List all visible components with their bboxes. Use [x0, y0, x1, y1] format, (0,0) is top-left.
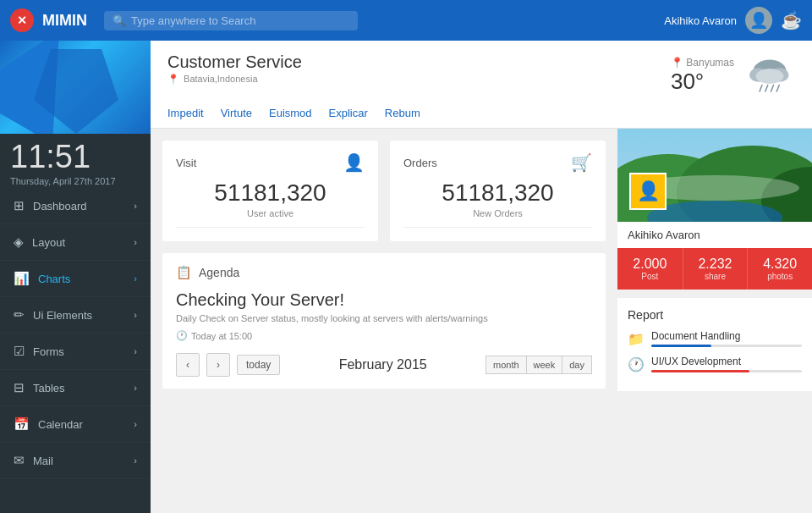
content-area: Customer Service 📍 Batavia,Indonesia 📍 B… — [151, 41, 812, 513]
clock-time: 11:51 — [10, 141, 140, 173]
sidebar-item-layout[interactable]: ◈ Layout › — [0, 224, 151, 261]
agenda-section-label: Agenda — [199, 266, 239, 279]
chevron-right-icon: › — [134, 310, 137, 320]
svg-point-3 — [756, 69, 784, 84]
sidebar-item-ui-elements[interactable]: ✏ Ui Elements › — [0, 297, 151, 334]
content-right: 👤 Akihiko Avaron 2.000 Post 2.232 share — [617, 129, 812, 513]
report-item-bar — [651, 370, 802, 372]
sidebar: 11:51 Thursday, April 27th 2017 ⊞ Dashbo… — [0, 41, 151, 513]
profile-avatar-wrap: 👤 — [629, 173, 667, 210]
weather-widget: 📍 Banyumas 30° — [671, 52, 795, 98]
tab-virtute[interactable]: Virtute — [221, 107, 252, 128]
tab-rebum[interactable]: Rebum — [385, 107, 420, 128]
report-item-ui: 🕐 UI/UX Development — [628, 356, 802, 372]
chevron-right-icon: › — [134, 201, 137, 211]
stat-card-orders: Orders 🛒 51181,320 New Orders — [390, 141, 606, 241]
document-icon: 📁 — [628, 331, 645, 347]
cal-prev-button[interactable]: ‹ — [176, 353, 200, 377]
map-pin-icon: 📍 — [671, 57, 683, 69]
profile-stats: 2.000 Post 2.232 share 4.320 photos — [617, 248, 812, 290]
main-layout: 11:51 Thursday, April 27th 2017 ⊞ Dashbo… — [0, 41, 812, 513]
stat-card-visit: Visit 👤 51181,320 User active — [162, 141, 378, 241]
clock-report-icon: 🕐 — [628, 356, 645, 372]
user-name: Akihiko Avaron — [664, 14, 737, 27]
sidebar-item-label: Dashboard — [33, 200, 87, 212]
tab-explicar[interactable]: Explicar — [329, 107, 368, 128]
sidebar-item-label: Charts — [38, 273, 70, 285]
stat-post-label: Post — [621, 272, 679, 281]
sidebar-clock: 11:51 Thursday, April 27th 2017 — [0, 134, 151, 188]
avatar-icon: 👤 — [749, 11, 768, 30]
stat-photos-value: 4.320 — [751, 256, 809, 272]
tab-impedit[interactable]: Impedit — [167, 107, 204, 128]
event-desc: Daily Check on Server status, mostly loo… — [176, 313, 592, 323]
content-header: Customer Service 📍 Batavia,Indonesia 📍 B… — [151, 41, 812, 129]
charts-icon: 📊 — [14, 271, 30, 286]
agenda-section: 📋 Agenda Checking Your Server! Daily Che… — [162, 253, 606, 389]
stat-orders-icon: 🛒 — [571, 152, 592, 173]
cal-view-month[interactable]: month — [486, 356, 526, 374]
avatar[interactable]: 👤 — [745, 7, 772, 34]
app-logo: MIMIN — [42, 12, 87, 30]
profile-stat-photos: 4.320 photos — [747, 248, 812, 290]
layout-icon: ◈ — [14, 234, 24, 250]
cal-view-week[interactable]: week — [526, 356, 562, 374]
page-title: Customer Service — [167, 52, 302, 72]
dashboard-icon: ⊞ — [14, 198, 25, 213]
stat-share-label: share — [687, 272, 744, 281]
weather-icon — [744, 52, 795, 98]
report-item-bar — [651, 345, 802, 347]
stats-row: Visit 👤 51181,320 User active Orders 🛒 5… — [162, 141, 606, 241]
stat-orders-value: 51181,320 — [403, 179, 592, 207]
sidebar-item-label: Layout — [32, 236, 65, 249]
sidebar-item-dashboard[interactable]: ⊞ Dashboard › — [0, 188, 151, 224]
calendar-icon: 📅 — [14, 416, 30, 432]
chevron-right-icon: › — [134, 383, 137, 393]
stat-visit-label: Visit — [176, 157, 196, 169]
agenda-icon: 📋 — [176, 265, 192, 280]
topnav: ✕ MIMIN 🔍 Akihiko Avaron 👤 ☕ — [0, 0, 812, 41]
chevron-right-icon: › — [134, 273, 137, 284]
svg-line-6 — [771, 86, 774, 92]
cal-view-day[interactable]: day — [562, 356, 592, 374]
calendar-nav: ‹ › today February 2015 month week day — [176, 353, 592, 377]
sidebar-item-label: Tables — [33, 382, 65, 394]
sidebar-item-label: Ui Elements — [33, 309, 92, 322]
tab-euismod[interactable]: Euismod — [269, 107, 312, 128]
sidebar-item-label: Calendar — [38, 418, 83, 431]
cal-next-button[interactable]: › — [206, 353, 230, 377]
cal-month-label: February 2015 — [295, 357, 470, 372]
stat-visit-value: 51181,320 — [176, 179, 365, 207]
close-button[interactable]: ✕ — [10, 8, 34, 32]
sidebar-item-tables[interactable]: ⊟ Tables › — [0, 370, 151, 406]
report-item-bar-fill — [651, 345, 711, 347]
ui-elements-icon: ✏ — [14, 307, 25, 323]
clock-icon: 🕐 — [176, 330, 188, 341]
profile-name: Akihiko Avaron — [617, 222, 812, 241]
user-menu: Akihiko Avaron 👤 ☕ — [664, 7, 802, 34]
search-icon: 🔍 — [112, 14, 126, 27]
sidebar-geo-art — [0, 41, 151, 134]
chevron-right-icon: › — [134, 237, 137, 247]
search-bar[interactable]: 🔍 — [104, 11, 358, 30]
stat-orders-label: Orders — [403, 157, 437, 169]
cal-today-button[interactable]: today — [237, 355, 280, 375]
forms-icon: ☑ — [14, 344, 25, 359]
avatar: 👤 — [629, 173, 667, 210]
sidebar-item-mail[interactable]: ✉ Mail › — [0, 443, 151, 479]
sidebar-item-label: Forms — [33, 345, 64, 358]
report-item-name: Document Handling — [651, 330, 802, 342]
report-item-doc: 📁 Document Handling — [628, 330, 802, 347]
stat-post-value: 2.000 — [621, 256, 679, 272]
svg-line-4 — [760, 86, 762, 92]
profile-card: 👤 Akihiko Avaron 2.000 Post 2.232 share — [617, 129, 812, 290]
sidebar-item-label: Mail — [33, 455, 53, 467]
sidebar-item-charts[interactable]: 📊 Charts › — [0, 261, 151, 297]
sidebar-item-calendar[interactable]: 📅 Calendar › — [0, 406, 151, 443]
sidebar-item-forms[interactable]: ☑ Forms › — [0, 334, 151, 370]
stat-photos-label: photos — [751, 272, 809, 281]
header-tabs: Impedit Virtute Euismod Explicar Rebum — [167, 107, 795, 128]
search-input[interactable] — [131, 14, 349, 27]
report-title: Report — [628, 308, 802, 322]
weather-temp: 30° — [671, 69, 734, 95]
